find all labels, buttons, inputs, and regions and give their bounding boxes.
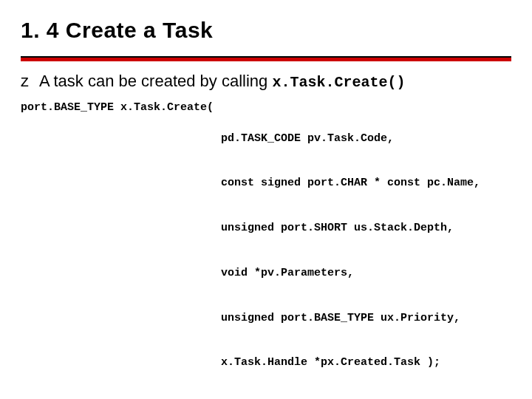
signature-left: port.BASE_TYPE x.Task.Create( xyxy=(21,101,221,114)
signature-params: pd.TASK_CODE pv.Task.Code, const signed … xyxy=(221,101,480,399)
slide-title: 1. 4 Create a Task xyxy=(21,18,511,43)
bullet-marker: z xyxy=(21,72,35,91)
signature-param: x.Task.Handle *px.Created.Task ); xyxy=(221,355,480,370)
intro-text: A task can be created by calling xyxy=(39,72,273,90)
slide: 1. 4 Create a Task z A task can be creat… xyxy=(0,0,532,399)
function-signature: port.BASE_TYPE x.Task.Create( pd.TASK_CO… xyxy=(21,101,511,399)
signature-param: unsigned port.BASE_TYPE ux.Priority, xyxy=(221,311,480,326)
intro-code: x.Task.Create() xyxy=(272,74,405,91)
intro-line: z A task can be created by calling x.Tas… xyxy=(21,72,511,91)
signature-param: pd.TASK_CODE pv.Task.Code, xyxy=(221,132,480,146)
signature-param: const signed port.CHAR * const pc.Name, xyxy=(221,176,480,191)
signature-param: void *pv.Parameters, xyxy=(221,266,480,281)
title-underline xyxy=(21,56,511,61)
signature-param: unsigned port.SHORT us.Stack.Depth, xyxy=(221,221,480,236)
